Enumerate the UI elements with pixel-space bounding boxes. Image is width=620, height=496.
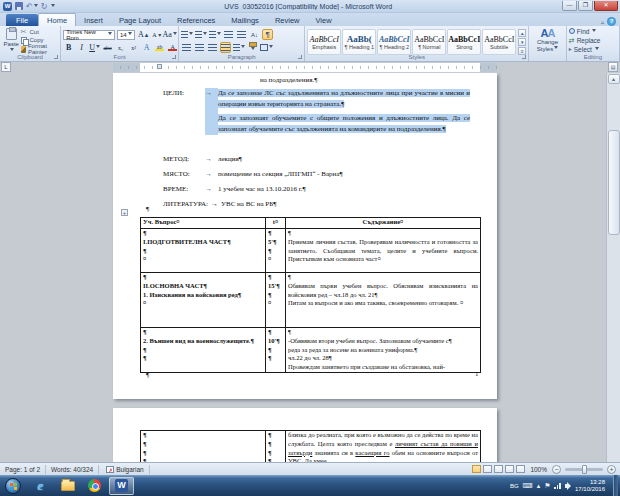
table-cell[interactable]: близка до реалната, при която е възможно… [286,431,481,463]
zoom-slider-thumb[interactable] [582,465,587,474]
undo-icon[interactable]: ↶ [26,2,38,11]
draft-view-button[interactable] [516,465,525,473]
borders-button[interactable] [260,42,273,53]
align-right-button[interactable] [207,42,218,53]
tab-page-layout[interactable]: Page Layout [111,14,169,26]
outline-view-button[interactable] [505,465,514,473]
horizontal-ruler[interactable] [113,63,497,72]
restore-button[interactable]: ❐ [578,1,593,11]
font-size-combo[interactable]: 14 [117,30,135,40]
table-cell[interactable]: ¶ Приемам личния състав. Проверявам нали… [286,229,481,273]
taskbar-file-explorer[interactable] [55,477,80,495]
tab-file[interactable]: File [6,14,38,26]
subscript-button[interactable]: x₂ [115,42,126,53]
zoom-out-button[interactable]: − [552,465,561,474]
font-name-combo[interactable]: Times New Rom [63,30,115,40]
volume-icon[interactable] [565,484,568,488]
taskbar-internet-explorer[interactable]: e [28,477,53,495]
tab-review[interactable]: Review [267,14,308,26]
close-button[interactable]: ✕ [594,1,618,11]
change-styles-button[interactable]: AA Change Styles [529,26,567,61]
tab-selector-button[interactable]: L [1,62,11,72]
styles-scroll-down[interactable]: ▾ [518,38,526,46]
decrease-indent-button[interactable] [223,29,234,40]
word-count[interactable]: Words: 40/324 [46,465,99,474]
table-header-time[interactable]: t¤ [266,218,286,229]
numbering-button[interactable] [195,29,207,40]
bold-button[interactable]: B [63,42,74,53]
table-cell[interactable]: ¶ ¶ ¶ ¶ [266,431,286,463]
page-indicator[interactable]: Page: 1 of 2 [0,465,46,474]
tab-view[interactable]: View [307,14,339,26]
help-icon[interactable]: ? [607,17,616,26]
action-center-flag-icon[interactable]: ⚑ [544,482,550,490]
select-button[interactable]: ▸Select [569,46,617,53]
tab-home[interactable]: Home [38,13,76,26]
tab-references[interactable]: References [169,14,223,26]
paste-button[interactable]: Paste [2,28,21,53]
tab-insert[interactable]: Insert [76,14,111,26]
change-case-button[interactable]: Aa [163,29,176,40]
table-cell[interactable]: ¶ 10'¶ ¶ ¶ [266,328,286,373]
table-cell[interactable]: ¶ 15'¶ ¶ ¤ [266,273,286,328]
table-cell[interactable]: ¶ 2. Външен вид на военнослужещите.¶ ¶ ¶ [141,328,266,373]
grow-font-button[interactable]: A▴ [137,29,148,40]
indent-marker[interactable] [157,64,162,69]
style-strong[interactable]: AaBbCcI Strong [447,29,481,55]
word-logo-icon[interactable]: W [3,2,12,11]
style-emphasis[interactable]: AaBbCcI Emphasis [307,29,341,55]
show-hide-formatting-button[interactable]: ¶ [262,29,273,40]
show-desktop-button[interactable] [613,475,618,496]
style-heading1[interactable]: AaBb( ¶ Heading 1 [342,29,376,55]
hidden-icons-button[interactable]: ▴ [537,482,541,490]
language-indicator[interactable]: Bulgarian [99,465,149,474]
align-center-button[interactable] [194,42,205,53]
taskbar-word[interactable]: W [109,477,134,495]
underline-button[interactable]: U [89,42,100,53]
table-cell[interactable]: ¶ ІІ.ОСНОВНА ЧАСТ¶ 1. Изисквания на войс… [141,273,266,328]
styles-dialog-launcher[interactable] [522,55,526,59]
format-painter-button[interactable]: Format Painter [21,45,59,53]
font-dialog-launcher[interactable] [172,55,176,59]
table-cell[interactable]: ¶ Обявявам първи учебен въпрос. Обяснява… [286,273,481,328]
sort-button[interactable]: A↓ [249,29,260,40]
strikethrough-button[interactable]: abc [102,42,113,53]
zoom-level[interactable]: 100% [527,466,550,473]
find-button[interactable]: Find [569,28,617,35]
vertical-scrollbar[interactable]: ▲ [606,73,620,462]
print-layout-view-button[interactable] [472,465,481,473]
bullets-button[interactable] [181,29,193,40]
highlight-color-button[interactable]: ab [154,42,165,53]
zoom-in-button[interactable]: + [607,465,616,474]
paragraph-dialog-launcher[interactable] [298,55,302,59]
text-effects-button[interactable]: A [141,42,152,53]
replace-button[interactable]: ⇄Replace [569,37,617,44]
style-normal[interactable]: AaBbCcI ¶ Normal [412,29,446,55]
cut-button[interactable]: ✂Cut [21,28,59,36]
table-move-handle[interactable]: + [121,209,128,216]
table-cell[interactable]: ¶ 5'¶ ¶ ¤ [266,229,286,273]
multilevel-list-button[interactable] [209,29,221,40]
tab-mailings[interactable]: Mailings [223,14,267,26]
font-color-button[interactable]: A [167,42,178,53]
table-cell[interactable]: ¶ -Обявявам втори учебен въпрос. Запозна… [286,328,481,373]
save-icon[interactable] [15,2,23,10]
align-left-button[interactable] [181,42,192,53]
justify-button[interactable] [220,42,231,53]
scrollbar-thumb[interactable] [608,130,620,235]
ruler-toggle-button[interactable]: ▤ [608,62,618,72]
document-page-1[interactable]: на подразделения.¶ ЦЕЛИ: → Да се запозна… [113,73,497,399]
keyboard-icon[interactable]: ⌨ [523,482,533,490]
italic-button[interactable]: I [76,42,87,53]
shading-button[interactable] [247,42,258,53]
minimize-ribbon-icon[interactable]: ▵ [601,18,604,25]
superscript-button[interactable]: x² [128,42,139,53]
clipboard-dialog-launcher[interactable] [54,55,58,59]
redo-icon[interactable]: ↻ [41,2,48,11]
increase-indent-button[interactable] [236,29,247,40]
web-layout-view-button[interactable] [494,465,503,473]
table-cell[interactable]: ¶ І.ПОДГОТВИТЕЛНА ЧАСТ¶ ¶ ¤ [141,229,266,273]
shrink-font-button[interactable]: A▾ [150,29,161,40]
minimize-button[interactable]: — [562,1,577,11]
table-cell[interactable]: ¶ ¶ ¶ ¶ [141,431,266,463]
